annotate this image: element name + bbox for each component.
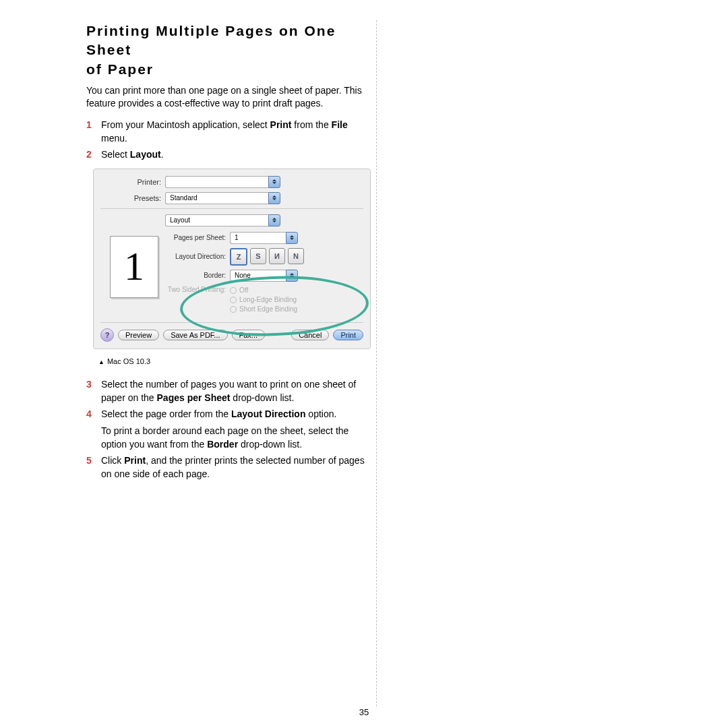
layout-dir-3[interactable]: И	[269, 248, 285, 264]
fax-button[interactable]: Fax...	[232, 330, 266, 340]
cancel-button[interactable]: Cancel	[291, 330, 329, 340]
page-preview: 1	[110, 236, 158, 298]
pages-per-sheet-label: Pages per Sheet:	[166, 234, 230, 241]
two-sided-long: Long-Edge Binding	[230, 295, 297, 305]
step-3-text: Select the number of pages you want to p…	[101, 379, 356, 403]
step-5-text: Click Print, and the printer prints the …	[101, 455, 365, 479]
border-dropdown[interactable]: None	[230, 270, 298, 282]
section-title: Printing Multiple Pages on One Sheet of …	[86, 22, 369, 79]
print-dialog: Printer: Presets: Standard Layout	[93, 169, 371, 349]
chevron-updown-icon	[268, 192, 280, 204]
two-sided-short: Short Edge Binding	[230, 305, 297, 314]
two-sided-off: Off	[230, 286, 297, 295]
step-4-text: Select the page order from the Layout Di…	[101, 408, 336, 419]
triangle-icon: ▲	[98, 359, 104, 365]
page-number: 35	[0, 707, 728, 717]
title-line1: Printing Multiple Pages on One Sheet	[86, 22, 369, 60]
section-dropdown[interactable]: Layout	[165, 214, 280, 226]
title-line2: of Paper	[86, 60, 369, 79]
presets-dropdown[interactable]: Standard	[165, 192, 280, 204]
step-number-1: 1	[86, 118, 92, 131]
intro-text: You can print more than one page on a si…	[86, 84, 369, 110]
two-sided-options: Off Long-Edge Binding Short Edge Binding	[230, 286, 297, 314]
chevron-updown-icon	[286, 232, 298, 244]
pages-per-sheet-dropdown[interactable]: 1	[230, 232, 298, 244]
presets-label: Presets:	[100, 194, 165, 202]
column-divider	[376, 20, 377, 706]
print-button[interactable]: Print	[333, 330, 363, 340]
layout-direction-buttons: Z S И N	[230, 248, 304, 266]
printer-label: Printer:	[100, 178, 165, 186]
step-1-text: From your Macintosh application, select …	[101, 119, 348, 144]
chevron-updown-icon	[268, 176, 280, 188]
two-sided-label: Two Sided Printing:	[166, 286, 230, 293]
step-2-text: Select Layout.	[101, 149, 164, 160]
save-as-pdf-button[interactable]: Save As PDF...	[163, 330, 227, 340]
layout-dir-2[interactable]: S	[250, 248, 266, 264]
chevron-updown-icon	[286, 270, 298, 282]
step-4-sub: To print a border around each page on th…	[101, 424, 369, 452]
screenshot-caption: ▲Mac OS 10.3	[98, 357, 369, 365]
step-number-5: 5	[86, 454, 92, 467]
step-number-4: 4	[86, 407, 92, 421]
step-number-3: 3	[86, 377, 92, 391]
chevron-updown-icon	[268, 214, 280, 226]
help-button[interactable]: ?	[100, 328, 114, 342]
layout-dir-1[interactable]: Z	[230, 248, 247, 266]
printer-dropdown[interactable]	[165, 176, 280, 188]
preview-button[interactable]: Preview	[118, 330, 159, 340]
step-number-2: 2	[86, 148, 92, 161]
layout-direction-label: Layout Direction:	[166, 253, 230, 260]
border-label: Border:	[166, 272, 230, 279]
layout-dir-4[interactable]: N	[288, 248, 304, 264]
